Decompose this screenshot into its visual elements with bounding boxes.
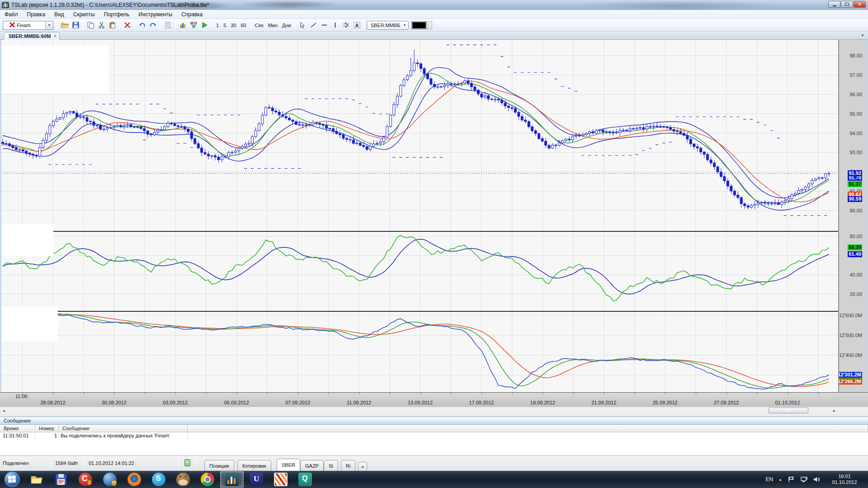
menu-item-6[interactable]: Инструменты <box>134 10 177 19</box>
color-swatch[interactable] <box>411 21 427 29</box>
text-button[interactable]: A <box>352 20 363 31</box>
swatch-extra-button[interactable] <box>428 21 432 29</box>
firefox-icon[interactable] <box>123 471 146 488</box>
tray-expand-icon[interactable]: ▲ <box>778 478 782 482</box>
date-tick <box>788 393 788 394</box>
tab-close-icon[interactable]: × <box>53 33 57 39</box>
scrollbar-thumb[interactable] <box>769 408 808 413</box>
bottom-tab-gazp[interactable]: GAZP <box>300 460 324 471</box>
message-row[interactable]: 11:31:50.011Вы подключились к провайдеру… <box>0 432 868 439</box>
chart-document-tab[interactable]: SBER:ММВБ:60M × <box>4 32 60 40</box>
bottom-tab-котировки[interactable]: Котировки <box>237 460 271 471</box>
timeframe-60-button[interactable]: 60 <box>239 21 249 29</box>
add-tab-button[interactable]: + <box>358 462 367 471</box>
menu-item-4[interactable]: Скрипты <box>69 10 99 19</box>
vline-icon <box>331 21 339 29</box>
message-number-cell: 1 <box>35 432 59 439</box>
scroll-left-icon[interactable]: ◄ <box>0 408 7 414</box>
price-axis[interactable]: 98.0097.0096.0095.0094.0093.0092.0091.00… <box>839 40 868 392</box>
vline-button[interactable] <box>330 20 341 31</box>
cut-button[interactable] <box>96 20 107 31</box>
menu-item-7[interactable]: Справка <box>177 10 207 19</box>
u-app-icon[interactable]: U <box>245 471 268 488</box>
column-header-2[interactable]: Номер <box>35 425 59 432</box>
price-chart-canvas[interactable] <box>0 40 839 392</box>
tab-list-dropdown-icon[interactable]: ▼ <box>861 33 864 38</box>
bottom-tab-позиции[interactable]: Позиции <box>204 460 234 471</box>
redo-button[interactable] <box>147 20 158 31</box>
tslab-taskbar-icon[interactable] <box>220 471 244 488</box>
price-grid-label: 93.00 <box>849 149 862 155</box>
unit-дни-button[interactable]: Дни <box>280 21 293 29</box>
timeframe-5-button[interactable]: 5 <box>221 21 228 29</box>
clock-time: 16:01 <box>826 474 863 479</box>
titlebar[interactable]: TSLab (версия 1.1.28.0:32bit) - C:\Users… <box>0 0 868 10</box>
date-label: 21.09.2012 <box>591 400 616 405</box>
menu-item-2[interactable]: Правка <box>23 10 50 19</box>
data-provider-combo[interactable]: Finam▼ <box>3 21 53 30</box>
date-label: 17.09.2012 <box>469 400 494 405</box>
cursor-button[interactable] <box>297 20 308 31</box>
close-button[interactable]: × <box>854 1 866 8</box>
oscillator-grid-label: 20.00 <box>849 291 862 297</box>
date-axis[interactable]: 11:00 28.08.201230.08.201203.09.201205.0… <box>0 392 868 407</box>
explorer-icon[interactable] <box>25 471 48 488</box>
instrument-dropdown-icon[interactable]: ▼ <box>403 23 406 27</box>
bottom-tab-ri[interactable]: Ri <box>341 460 355 471</box>
network-icon[interactable] <box>800 476 807 483</box>
paste-button[interactable] <box>107 20 118 31</box>
stripes-app-icon[interactable] <box>269 471 292 488</box>
skype-icon[interactable]: S <box>147 471 170 488</box>
timeframe-1-button[interactable]: 1 <box>214 21 221 29</box>
floppy-app-icon[interactable] <box>49 471 73 488</box>
start-button[interactable] <box>0 471 24 488</box>
taskbar-clock[interactable]: 16:0101.10.2012 <box>826 474 863 485</box>
workspace-button[interactable] <box>188 20 199 31</box>
undo-button[interactable] <box>137 20 147 31</box>
copy-button[interactable] <box>85 20 96 31</box>
menu-item-3[interactable]: Вид <box>50 10 69 19</box>
run-button[interactable] <box>199 20 210 31</box>
index-grid-label: 12'500.0M <box>839 332 862 338</box>
delete-button[interactable] <box>122 20 132 31</box>
chart-area[interactable]: 98.0097.0096.0095.0094.0093.0092.0091.00… <box>0 40 868 414</box>
save-button[interactable] <box>70 20 81 31</box>
bottom-tab-sber[interactable]: SBER <box>277 459 300 471</box>
instrument-combo[interactable]: SBER:ММВБ▼ <box>367 21 409 30</box>
menu-item-5[interactable]: Портфель <box>99 10 134 19</box>
maximize-button[interactable] <box>841 1 853 8</box>
volume-icon[interactable] <box>813 476 820 483</box>
unit-сек-button[interactable]: Сек <box>253 21 266 29</box>
provider-dropdown-icon[interactable]: ▼ <box>45 21 53 29</box>
unit-мин-button[interactable]: Мин <box>266 21 280 29</box>
bottom-tab-si[interactable]: Si <box>324 460 338 471</box>
table-grid-icon[interactable] <box>184 459 190 466</box>
timeframe-30-button[interactable]: 30 <box>228 21 238 29</box>
hline-icon <box>321 21 328 29</box>
polyline-button[interactable] <box>341 20 352 31</box>
scroll-right-icon[interactable]: ► <box>831 408 838 414</box>
action-center-flag-icon[interactable] <box>788 476 795 483</box>
minimize-button[interactable] <box>828 1 840 8</box>
internet-globe-icon[interactable] <box>98 471 122 488</box>
column-header-1[interactable]: Время <box>0 425 35 432</box>
column-header-3[interactable]: Сообщение <box>59 425 188 432</box>
menu-item-1[interactable]: Файл <box>0 10 23 19</box>
chart-horizontal-scrollbar[interactable]: ◄ ► <box>0 407 868 414</box>
trendline-icon <box>310 21 317 29</box>
messages-column-headers[interactable]: ВремяНомерСообщение <box>0 425 868 432</box>
trendline-button[interactable] <box>308 20 319 31</box>
q-app-icon[interactable]: Q <box>293 471 317 488</box>
date-tick <box>512 393 513 394</box>
ccleaner-icon[interactable]: C <box>74 471 97 488</box>
open-file-button[interactable] <box>59 20 70 31</box>
language-indicator[interactable]: EN <box>765 476 773 483</box>
hline-button[interactable] <box>319 20 330 31</box>
statusbar-separator <box>84 458 84 468</box>
chart-button[interactable] <box>177 20 188 31</box>
date-tick <box>635 393 635 394</box>
tslab-window: TSLab (версия 1.1.28.0:32bit) - C:\Users… <box>0 0 868 488</box>
script-button[interactable] <box>162 20 173 31</box>
emule-icon[interactable] <box>171 471 195 488</box>
chrome-icon[interactable] <box>196 471 219 488</box>
